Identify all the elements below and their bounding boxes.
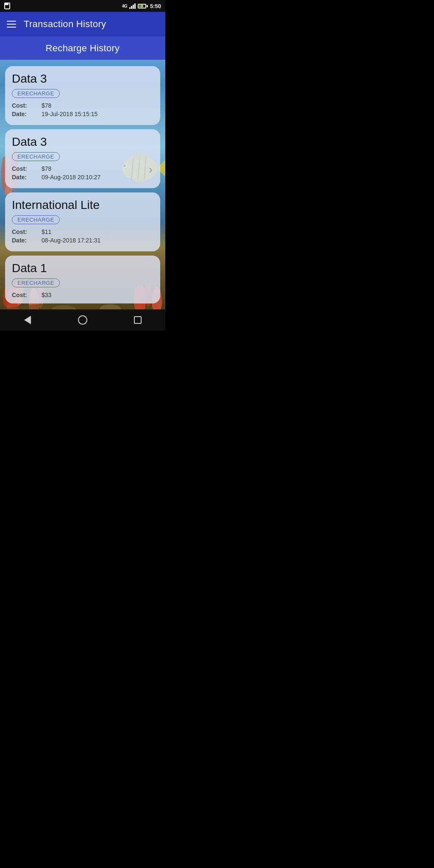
date-row: Date: 08-Aug-2018 17:21:31 [12, 237, 153, 244]
card-title: International Lite [12, 198, 153, 212]
date-row: Date: 19-Jul-2018 15:15:15 [12, 111, 153, 117]
home-circle-icon [78, 315, 87, 325]
recents-button[interactable] [129, 312, 146, 328]
recents-square-icon [134, 316, 142, 324]
transaction-card[interactable]: Data 3 ERECHARGE Cost: $78 Date: 09-Aug-… [5, 129, 160, 188]
chevron-right-icon: › [149, 163, 153, 176]
cost-value: $78 [42, 102, 51, 109]
back-button[interactable] [19, 312, 36, 328]
home-button[interactable] [74, 312, 91, 328]
status-bar: 4G ⚡ 5:50 [0, 0, 165, 12]
cost-row: Cost: $78 [12, 165, 153, 172]
date-value: 09-Aug-2018 20:10:27 [42, 174, 100, 181]
date-label: Date: [12, 237, 42, 244]
network-badge: 4G [122, 4, 127, 8]
back-arrow-icon [24, 316, 31, 324]
cards-container: Data 3 ERECHARGE Cost: $78 Date: 19-Jul-… [0, 60, 165, 309]
bottom-navigation [0, 309, 165, 331]
signal-bars-icon [129, 3, 136, 9]
transaction-card[interactable]: Data 3 ERECHARGE Cost: $78 Date: 19-Jul-… [5, 66, 160, 125]
cost-label: Cost: [12, 228, 42, 235]
card-title: Data 3 [12, 135, 153, 149]
card-title: Data 1 [12, 262, 153, 275]
menu-button[interactable] [7, 21, 16, 28]
cost-value: $33 [42, 292, 51, 298]
transaction-card[interactable]: International Lite ERECHARGE Cost: $11 D… [5, 192, 160, 251]
erecharge-badge: ERECHARGE [12, 278, 60, 287]
date-value: 08-Aug-2018 17:21:31 [42, 237, 100, 244]
cost-label: Cost: [12, 165, 42, 172]
status-bar-left [4, 3, 10, 9]
cost-value: $78 [42, 165, 51, 172]
sd-card-icon [4, 3, 10, 9]
cost-row: Cost: $33 [12, 292, 153, 298]
subheader: Recharge History [0, 36, 165, 60]
erecharge-badge: ERECHARGE [12, 89, 60, 98]
battery-icon: ⚡ [138, 4, 148, 8]
toolbar: Transaction History [0, 12, 165, 36]
transaction-card[interactable]: Data 1 ERECHARGE Cost: $33 [5, 256, 160, 303]
toolbar-title: Transaction History [24, 19, 106, 30]
cost-label: Cost: [12, 292, 42, 298]
cost-row: Cost: $78 [12, 102, 153, 109]
content-area: Data 3 ERECHARGE Cost: $78 Date: 19-Jul-… [0, 60, 165, 309]
date-label: Date: [12, 111, 42, 117]
date-row: Date: 09-Aug-2018 20:10:27 [12, 174, 153, 181]
date-label: Date: [12, 174, 42, 181]
erecharge-badge: ERECHARGE [12, 152, 60, 161]
status-bar-right: 4G ⚡ 5:50 [122, 3, 161, 9]
card-title: Data 3 [12, 72, 153, 86]
cost-value: $11 [42, 228, 51, 235]
cost-label: Cost: [12, 102, 42, 109]
cost-row: Cost: $11 [12, 228, 153, 235]
date-value: 19-Jul-2018 15:15:15 [42, 111, 97, 117]
erecharge-badge: ERECHARGE [12, 215, 60, 224]
subheader-title: Recharge History [46, 43, 120, 54]
status-time: 5:50 [150, 3, 161, 9]
